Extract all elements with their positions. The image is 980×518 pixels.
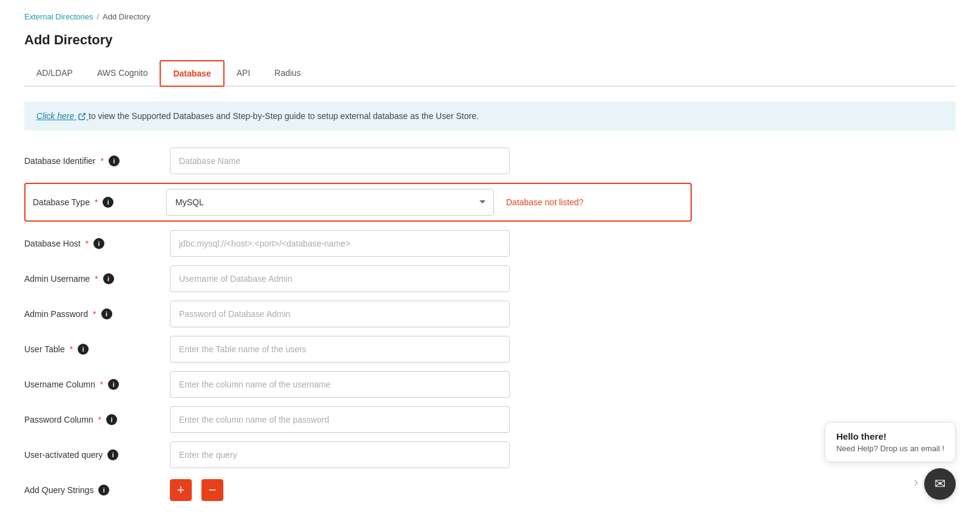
user-table-label: User Table * i — [24, 344, 158, 355]
admin-password-row: Admin Password * i — [24, 301, 692, 327]
info-banner-link-text: Click here — [36, 111, 74, 121]
required-marker: * — [86, 239, 89, 248]
chat-bubble-text: Need Help? Drop us an email ! — [836, 444, 944, 453]
page-title: Add Directory — [24, 32, 956, 48]
database-host-input-wrap — [170, 230, 510, 257]
info-banner-link[interactable]: Click here — [36, 111, 89, 121]
external-link-icon — [78, 112, 86, 121]
database-identifier-row: Database Identifier * i — [24, 148, 692, 174]
breadcrumb-current: Add Directory — [103, 12, 150, 21]
database-type-row: Database Type * i MySQL PostgreSQL MSSQL… — [24, 183, 692, 222]
password-column-label: Password Column * i — [24, 414, 158, 425]
password-column-row: Password Column * i — [24, 406, 692, 433]
admin-username-input-wrap — [170, 265, 510, 292]
tab-api[interactable]: API — [225, 61, 263, 85]
password-column-input-wrap — [170, 406, 510, 433]
tab-aws-cognito[interactable]: AWS Cognito — [85, 61, 160, 85]
username-column-input-wrap — [170, 371, 510, 398]
chat-bubble-title: Hello there! — [836, 431, 944, 441]
chat-arrow-icon: › — [914, 475, 918, 489]
user-table-info-icon[interactable]: i — [78, 344, 89, 355]
password-column-info-icon[interactable]: i — [106, 414, 117, 425]
user-table-input-wrap — [170, 336, 510, 363]
chat-bubble: Hello there! Need Help? Drop us an email… — [825, 422, 956, 462]
breadcrumb-parent-link[interactable]: External Directories — [24, 12, 93, 21]
user-activated-query-label: User-activated query i — [24, 449, 158, 460]
user-activated-query-row: User-activated query i — [24, 441, 692, 468]
database-host-info-icon[interactable]: i — [93, 238, 104, 249]
add-query-strings-row: Add Query Strings i + − — [24, 477, 692, 503]
required-marker: * — [70, 344, 73, 354]
tab-radius[interactable]: Radius — [262, 61, 313, 85]
breadcrumb: External Directories / Add Directory — [24, 12, 956, 21]
tab-adldap[interactable]: AD/LDAP — [24, 61, 85, 85]
chat-open-button[interactable]: ✉ — [924, 468, 956, 500]
breadcrumb-separator: / — [96, 12, 99, 21]
database-host-row: Database Host * i — [24, 230, 692, 257]
user-activated-query-info-icon[interactable]: i — [107, 449, 118, 460]
add-query-strings-label: Add Query Strings i — [24, 485, 158, 496]
user-table-row: User Table * i — [24, 336, 692, 363]
admin-password-info-icon[interactable]: i — [101, 308, 112, 319]
database-not-listed-link[interactable]: Database not listed? — [506, 197, 584, 207]
username-column-info-icon[interactable]: i — [108, 379, 119, 390]
admin-password-label: Admin Password * i — [24, 308, 158, 319]
admin-password-input[interactable] — [170, 301, 510, 327]
query-strings-buttons: + − — [170, 479, 223, 501]
required-marker: * — [93, 309, 96, 319]
info-banner-text: to view the Supported Databases and Step… — [89, 111, 479, 121]
database-identifier-input-wrap — [170, 148, 510, 174]
user-activated-query-input[interactable] — [170, 441, 510, 468]
form-section: Database Identifier * i Database Type * … — [24, 148, 692, 503]
required-marker: * — [95, 197, 98, 207]
chat-widget: Hello there! Need Help? Drop us an email… — [825, 422, 956, 500]
tab-bar: AD/LDAP AWS Cognito Database API Radius — [24, 60, 956, 87]
add-query-string-button[interactable]: + — [170, 479, 192, 501]
admin-username-input[interactable] — [170, 265, 510, 292]
database-type-info-icon[interactable]: i — [103, 197, 113, 208]
add-query-strings-info-icon[interactable]: i — [98, 485, 109, 496]
admin-username-label: Admin Username * i — [24, 273, 158, 284]
required-marker: * — [101, 156, 104, 166]
user-activated-query-input-wrap — [170, 441, 510, 468]
database-type-select[interactable]: MySQL PostgreSQL MSSQL Oracle — [166, 189, 494, 216]
required-marker: * — [95, 274, 98, 284]
database-host-input[interactable] — [170, 230, 510, 257]
user-table-input[interactable] — [170, 336, 510, 363]
database-type-select-wrap: MySQL PostgreSQL MSSQL Oracle — [166, 189, 494, 216]
username-column-row: Username Column * i — [24, 371, 692, 398]
admin-username-row: Admin Username * i — [24, 265, 692, 292]
required-marker: * — [98, 415, 101, 424]
username-column-label: Username Column * i — [24, 379, 158, 390]
database-host-label: Database Host * i — [24, 238, 158, 249]
info-banner: Click here to view the Supported Databas… — [24, 101, 956, 131]
required-marker: * — [100, 380, 103, 389]
remove-query-string-button[interactable]: − — [201, 479, 223, 501]
tab-database[interactable]: Database — [160, 60, 224, 87]
database-type-label: Database Type * i — [33, 197, 154, 208]
admin-username-info-icon[interactable]: i — [103, 273, 114, 284]
database-identifier-info-icon[interactable]: i — [109, 155, 120, 166]
username-column-input[interactable] — [170, 371, 510, 398]
admin-password-input-wrap — [170, 301, 510, 327]
database-identifier-input[interactable] — [170, 148, 510, 174]
chat-message-icon: ✉ — [934, 476, 945, 492]
database-identifier-label: Database Identifier * i — [24, 155, 158, 166]
password-column-input[interactable] — [170, 406, 510, 433]
